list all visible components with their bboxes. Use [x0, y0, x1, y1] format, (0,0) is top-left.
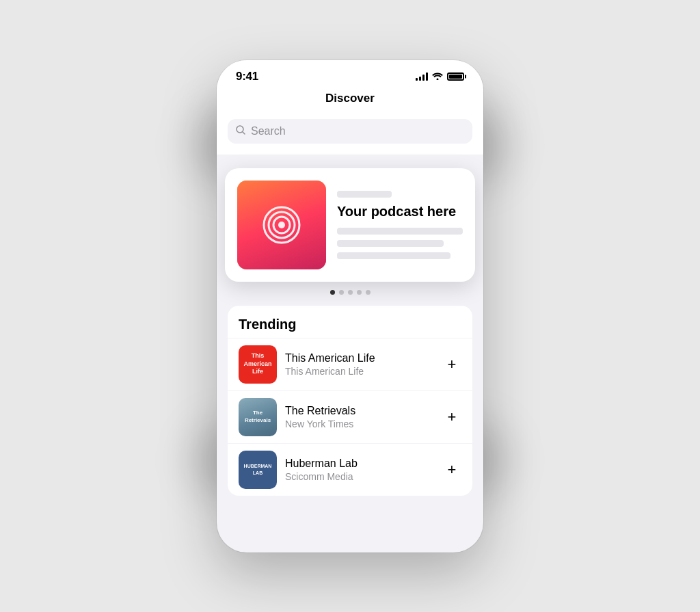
- featured-card[interactable]: Your podcast here: [225, 168, 475, 282]
- signal-bar-4: [426, 72, 428, 81]
- podcast-artwork: [237, 181, 326, 269]
- page-title: Discover: [325, 92, 375, 105]
- trending-item-info: The Retrievals New York Times: [285, 405, 434, 429]
- the-retrievals-artwork: TheRetrievals: [239, 398, 277, 436]
- trending-item-name: Huberman Lab: [285, 457, 434, 470]
- battery-fill: [449, 75, 462, 79]
- featured-podcast-title: Your podcast here: [337, 203, 463, 219]
- huberman-art: HUBERMANLAB: [239, 451, 277, 489]
- podcast-logo-icon: [262, 205, 301, 245]
- this-american-life-artwork: ThisAmericanLife: [239, 345, 277, 384]
- status-bar: 9:41: [217, 60, 483, 86]
- wifi-icon: [432, 72, 443, 81]
- list-item[interactable]: HUBERMANLAB Huberman Lab Scicomm Media +: [228, 443, 472, 496]
- huberman-art-text: HUBERMANLAB: [244, 463, 272, 475]
- featured-card-content: Your podcast here: [337, 191, 463, 259]
- trending-item-author: This American Life: [285, 366, 434, 377]
- search-placeholder: Search: [251, 125, 286, 137]
- trending-item-info: This American Life This American Life: [285, 352, 434, 377]
- skeleton-line-3: [337, 252, 450, 259]
- search-container: Search: [217, 114, 483, 155]
- pagination-dots: [217, 282, 483, 306]
- pagination-dot-4: [357, 290, 362, 295]
- svg-line-1: [243, 132, 245, 134]
- svg-rect-6: [282, 207, 301, 243]
- artwork-text: ThisAmericanLife: [243, 352, 271, 376]
- signal-icon: [416, 72, 428, 81]
- trending-item-info: Huberman Lab Scicomm Media: [285, 457, 434, 482]
- add-button-1[interactable]: +: [442, 355, 461, 374]
- skeleton-line-1: [337, 228, 463, 235]
- retrievals-art-text: TheRetrievals: [245, 410, 271, 424]
- retrievals-art: TheRetrievals: [239, 398, 277, 436]
- trending-item-name: The Retrievals: [285, 405, 434, 417]
- status-icons: [416, 72, 464, 81]
- trending-header: Trending: [228, 306, 472, 338]
- signal-bar-2: [419, 77, 421, 81]
- add-button-2[interactable]: +: [442, 408, 461, 427]
- huberman-lab-artwork: HUBERMANLAB: [239, 451, 277, 489]
- trending-item-author: New York Times: [285, 418, 434, 429]
- pagination-dot-5: [366, 290, 371, 295]
- trending-section: Trending ThisAmericanLife This American …: [228, 306, 472, 496]
- page-header: Discover: [217, 86, 483, 114]
- trending-item-author: Scicomm Media: [285, 471, 434, 482]
- search-icon: [236, 125, 245, 137]
- status-time: 9:41: [236, 70, 258, 83]
- content-area: Your podcast here Trending: [217, 168, 483, 496]
- pagination-dot-1: [330, 290, 335, 295]
- battery-icon: [447, 72, 464, 81]
- list-item[interactable]: ThisAmericanLife This American Life This…: [228, 338, 472, 390]
- phone-frame: 9:41: [217, 60, 483, 553]
- signal-bar-1: [416, 78, 418, 81]
- skeleton-tag: [337, 191, 392, 198]
- trending-item-name: This American Life: [285, 352, 434, 364]
- list-item[interactable]: TheRetrievals The Retrievals New York Ti…: [228, 390, 472, 443]
- pagination-dot-2: [339, 290, 344, 295]
- skeleton-description: [337, 228, 463, 259]
- add-button-3[interactable]: +: [442, 460, 461, 479]
- search-bar[interactable]: Search: [228, 119, 472, 144]
- signal-bar-3: [422, 75, 425, 81]
- skeleton-line-2: [337, 240, 444, 247]
- pagination-dot-3: [348, 290, 353, 295]
